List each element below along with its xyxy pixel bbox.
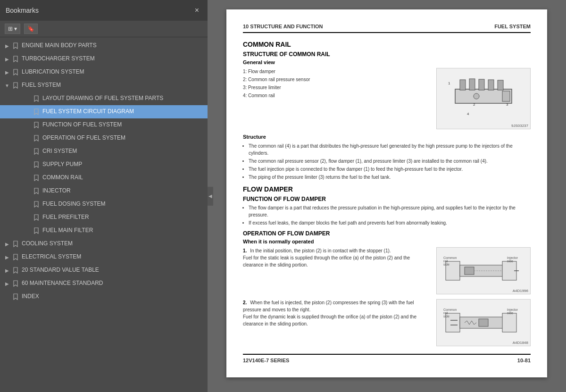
flow-damper-diagram1: Common rail side Injector side A4D1996	[436, 247, 531, 294]
bookmark-icon: 🔖	[27, 25, 34, 32]
tree-item-index[interactable]: INDEX	[0, 290, 208, 303]
svg-rect-25	[479, 319, 488, 326]
svg-rect-3	[479, 79, 484, 90]
tree-item-maintenance[interactable]: 60 MAINTENANCE STANDARD	[0, 277, 208, 290]
tree-item-lube[interactable]: LUBRICATION SYSTEM	[0, 66, 208, 79]
item-label-fuel-main-filter: FUEL MAIN FILTER	[42, 227, 204, 234]
close-button[interactable]: ×	[192, 5, 202, 16]
panel-header: Bookmarks ×	[0, 0, 208, 21]
toolbar: ⊞ ▾ 🔖	[0, 21, 208, 37]
cr-diagram-svg: 1 2 3 4	[441, 70, 526, 127]
fd-diagram1-svg: Common rail side Injector side	[441, 252, 526, 290]
tree-item-fuel-operation[interactable]: OPERATION OF FUEL SYSTEM	[0, 132, 208, 145]
tree-item-common-rail[interactable]: COMMON RAIL	[0, 171, 208, 184]
bookmark-icon-turbo	[12, 55, 19, 63]
item-label-cooling: COOLING SYSTEM	[22, 240, 204, 248]
item-label-fuel-circuit: FUEL SYSTEM CIRCUIT DIAGRAM	[42, 108, 204, 116]
step2-section: 2. When the fuel is injected, the piston…	[243, 299, 531, 346]
tree-item-electrical[interactable]: ELECTRICAL SYSTEM	[0, 250, 208, 264]
tree-item-standard[interactable]: 20 STANDARD VALUE TABLE	[0, 264, 208, 277]
structure-bullet: The common rail (4) is a part that distr…	[249, 142, 531, 157]
flow-damper-section: FLOW DAMPER FUNCTION OF FLOW DAMPER The …	[243, 185, 531, 346]
svg-text:3: 3	[506, 102, 508, 107]
panel-title: Bookmarks	[6, 7, 39, 14]
item-label-fuel-dosing: FUEL DOSING SYSTEM	[42, 200, 204, 208]
operation-title: OPERATION OF FLOW DAMPER	[243, 230, 531, 237]
step2-num: 2.	[243, 300, 247, 305]
bookmark-icon-common-rail	[33, 174, 40, 182]
tree-item-fuel[interactable]: FUEL SYSTEM	[0, 79, 208, 92]
step2-text: 2. When the fuel is injected, the piston…	[243, 299, 432, 346]
structure-bullet: The fuel injection pipe is connected to …	[249, 166, 531, 173]
tree-item-fuel-dosing[interactable]: FUEL DOSING SYSTEM	[0, 198, 208, 211]
bookmark-icon-fuel-circuit	[33, 108, 40, 116]
item-label-fuel: FUEL SYSTEM	[22, 82, 204, 89]
step1-text1: In the initial position, the piston (2) …	[250, 248, 391, 253]
diagram3-label: A4D1848	[513, 341, 528, 345]
structure-title: Structure	[243, 134, 531, 140]
common-rail-section: COMMON RAIL STRUCTURE OF COMMON RAIL Gen…	[243, 41, 531, 129]
bookmark-icon-cooling	[12, 240, 19, 248]
tree-item-injector[interactable]: INJECTOR	[0, 184, 208, 198]
tree-item-turbo[interactable]: TURBOCHARGER SYSTEM	[0, 52, 208, 66]
item-label-lube: LUBRICATION SYSTEM	[22, 68, 204, 76]
general-view-text: 1: Flow damper2: Common rail pressure se…	[243, 68, 431, 129]
grid-icon: ⊞	[8, 25, 13, 32]
svg-rect-4	[488, 80, 494, 90]
when-normal-title: When it is normally operated	[243, 239, 531, 244]
svg-text:side: side	[507, 259, 513, 263]
item-label-fuel-function: FUNCTION OF FUEL SYSTEM	[42, 121, 204, 129]
item-label-standard: 20 STANDARD VALUE TABLE	[22, 267, 204, 274]
bookmark-icon-injector	[33, 187, 40, 195]
svg-rect-1	[460, 80, 466, 90]
svg-text:Common: Common	[443, 308, 457, 311]
svg-rect-2	[469, 79, 475, 90]
svg-text:rail: rail	[443, 311, 448, 315]
page-container: 10 STRUCTURE AND FUNCTION FUEL SYSTEM CO…	[226, 9, 547, 377]
svg-rect-7	[502, 91, 510, 101]
step1-num: 1.	[243, 248, 247, 253]
chevron-engine	[4, 42, 10, 49]
tree-item-fuel-circuit[interactable]: FUEL SYSTEM CIRCUIT DIAGRAM	[0, 105, 208, 118]
svg-text:side: side	[443, 263, 449, 266]
structure-bullet: The common rail pressure sensor (2), flo…	[249, 158, 531, 165]
bookmark-icon-fuel-function	[33, 121, 40, 129]
structure-bullets: The common rail (4) is a part that distr…	[243, 142, 531, 181]
tree-item-cooling[interactable]: COOLING SYSTEM	[0, 237, 208, 250]
chevron-electrical	[4, 254, 10, 260]
collapse-handle[interactable]: ◀	[208, 187, 213, 206]
tree-item-engine[interactable]: ENGINE MAIN BODY PARTS	[0, 39, 208, 52]
tree-item-supply[interactable]: SUPPLY PUMP	[0, 158, 208, 171]
bookmark-icon-standard	[12, 267, 19, 274]
chevron-maintenance	[4, 280, 10, 287]
general-view-item: 1: Flow damper	[243, 68, 431, 75]
item-label-common-rail: COMMON RAIL	[42, 174, 204, 182]
tree-item-fuel-layout[interactable]: LAYOUT DRAWING OF FUEL SYSTEM PARTS	[0, 92, 208, 105]
item-label-fuel-prefilter: FUEL PREFILTER	[42, 214, 204, 221]
bookmark-icon-index	[12, 293, 19, 300]
page-header-left: 10 STRUCTURE AND FUNCTION	[243, 24, 323, 29]
function-title: FUNCTION OF FLOW DAMPER	[243, 196, 531, 202]
bookmark-icon-fuel-dosing	[33, 200, 40, 208]
bookmark-icon-fuel	[12, 82, 19, 89]
bookmark-icon-supply	[33, 161, 40, 168]
tree-item-fuel-main-filter[interactable]: FUEL MAIN FILTER	[0, 224, 208, 237]
step2-text1: When the fuel is injected, the piston (2…	[243, 300, 414, 312]
tree-item-fuel-prefilter[interactable]: FUEL PREFILTER	[0, 211, 208, 224]
flow-damper-title: FLOW DAMPER	[243, 185, 531, 193]
step1-section: 1. In the initial position, the piston (…	[243, 247, 531, 294]
view-button[interactable]: ⊞ ▾	[5, 24, 20, 34]
page-header-right: FUEL SYSTEM	[494, 24, 531, 29]
tree-item-fuel-function[interactable]: FUNCTION OF FUEL SYSTEM	[0, 118, 208, 132]
item-label-engine: ENGINE MAIN BODY PARTS	[22, 42, 204, 50]
bookmark-icon-engine	[12, 42, 19, 50]
bookmark-tree: ENGINE MAIN BODY PARTS TURBOCHARGER SYST…	[0, 37, 208, 392]
bookmark-icon-fuel-layout	[33, 95, 40, 102]
bookmark-button[interactable]: 🔖	[24, 24, 38, 34]
function-bullets: The flow damper is a part that reduces t…	[243, 204, 531, 226]
chevron-cooling	[4, 241, 10, 247]
bookmark-icon-fuel-main-filter	[33, 227, 40, 234]
svg-point-6	[474, 93, 479, 99]
tree-item-cri[interactable]: CRI SYSTEM	[0, 145, 208, 158]
item-label-cri: CRI SYSTEM	[42, 148, 204, 155]
